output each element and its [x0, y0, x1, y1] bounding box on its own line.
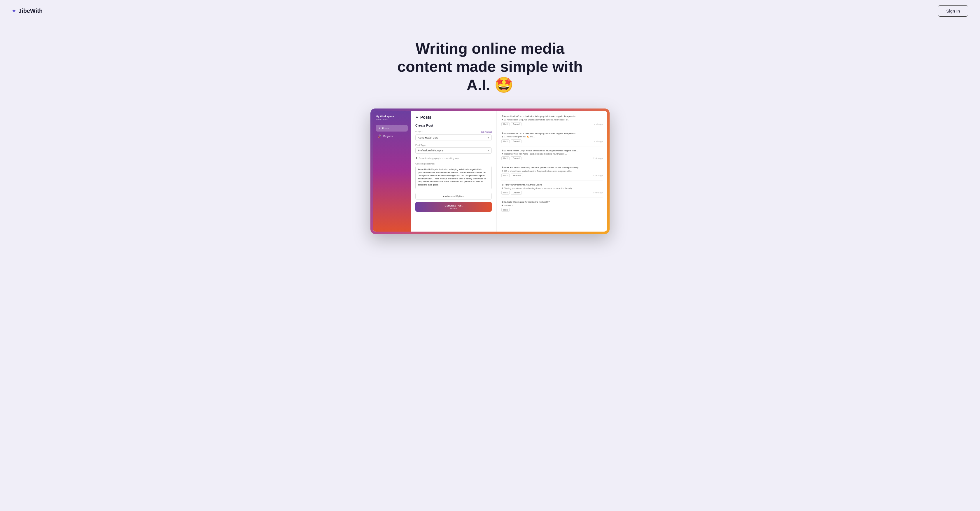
post-line2: ✦ HD is a healthcare startup based in Ba…	[501, 170, 603, 172]
post-line2: ✦ Headline: Work with Acme Health Corp a…	[501, 153, 603, 155]
content-textarea[interactable]: Acme Health Corp is dedicated to helping…	[415, 166, 492, 189]
post-item: 🖹 At Acme Health Corp, we are dedicated …	[501, 149, 603, 164]
sign-in-button[interactable]: Sign In	[938, 5, 968, 17]
workspace-label: My Workspace	[375, 115, 408, 118]
post-tag: Draft	[501, 156, 509, 160]
advanced-options-button[interactable]: ▶ Advanced Options	[415, 193, 492, 199]
post-line1: 🖹 Uber and Airbnb have long been the pos…	[501, 166, 603, 169]
create-post-panel: ✦ Posts Create Post Project Edit Project…	[410, 111, 497, 232]
panel-title: ✦ Posts	[415, 115, 492, 119]
project-field-label: Project	[415, 130, 423, 133]
hero-section: Writing online media content made simple…	[0, 22, 980, 108]
post-tags-row: DraftGeneral 2 mins ago	[501, 156, 603, 160]
post-time: 4 mins ago	[593, 174, 603, 177]
edit-project-link[interactable]: Edit Project	[480, 131, 492, 133]
project-label-row: Project Edit Project	[415, 130, 492, 134]
sidebar: My Workspace 440 Credits ✦ Posts 🚀 Proje…	[373, 111, 410, 232]
project-select-wrapper: Acme Health Corp ▼	[415, 134, 492, 141]
post-type-select-wrapper: Professional Biography ▼	[415, 147, 492, 154]
post-time: a min ago	[594, 140, 603, 142]
logo-text: JibeWith	[18, 8, 43, 14]
sidebar-item-posts[interactable]: ✦ Posts	[375, 125, 408, 132]
post-item: 🖹 Turn Your Dream into A Burning Desire …	[501, 183, 603, 198]
post-tag: Lifestyle	[511, 191, 522, 194]
sidebar-nav: ✦ Posts 🚀 Projects	[375, 125, 408, 139]
post-item: 🖹 Uber and Airbnb have long been the pos…	[501, 166, 603, 180]
post-tag: General	[511, 122, 522, 126]
post-line2: ✦ Turning your dream into a burning desi…	[501, 187, 603, 189]
project-select[interactable]: Acme Health Corp	[415, 134, 492, 141]
hint-icon: ✦	[415, 157, 418, 159]
post-item: 🖹 Acme Health Corp is dedicated to helpi…	[501, 132, 603, 146]
post-tags: DraftRe-Share	[501, 174, 523, 177]
post-line2: ✦ 1. Ready to reignite that 🔥 and...	[501, 135, 603, 138]
posts-list: 🖹 Acme Health Corp is dedicated to helpi…	[497, 111, 607, 232]
post-line2: ✦ At Acme Health Corp, we understand tha…	[501, 118, 603, 121]
logo-star-icon: ✦	[12, 8, 16, 14]
post-tags-row: DraftGeneral a min ago	[501, 139, 603, 143]
post-tag: Draft	[501, 208, 509, 212]
post-tags: DraftGeneral	[501, 122, 522, 126]
panel-title-text: Posts	[420, 115, 431, 119]
post-line2: ✦ Answer 1...	[501, 204, 603, 207]
post-tags: Draft	[501, 208, 509, 212]
post-line1: 🖹 Acme Health Corp is dedicated to helpi…	[501, 115, 603, 118]
post-tag: General	[511, 139, 522, 143]
main-content: ✦ Posts Create Post Project Edit Project…	[410, 111, 607, 232]
post-item: 🖹 Is Apple Watch good for monitoring my …	[501, 201, 603, 215]
post-time: a min ago	[594, 123, 603, 125]
post-tags-row: DraftLifestyle 5 mins ago	[501, 191, 603, 194]
projects-icon: 🚀	[378, 134, 382, 138]
post-tag: General	[511, 156, 522, 160]
post-line1: 🖹 Acme Health Corp is dedicated to helpi…	[501, 132, 603, 135]
hero-headline: Writing online media content made simple…	[388, 39, 592, 94]
post-tag: Draft	[501, 191, 509, 194]
post-time: 2 mins ago	[593, 157, 603, 159]
post-tags-row: Draft	[501, 208, 603, 212]
post-tags-row: DraftRe-Share 4 mins ago	[501, 174, 603, 177]
post-tag: Re-Share	[511, 174, 523, 177]
post-item: 🖹 Acme Health Corp is dedicated to helpi…	[501, 115, 603, 129]
app-mockup: My Workspace 440 Credits ✦ Posts 🚀 Proje…	[371, 108, 609, 234]
post-tags-row: DraftGeneral a min ago	[501, 122, 603, 126]
generate-post-credit-label: 1 Credit	[418, 207, 489, 209]
header: ✦ JibeWith Sign In	[0, 0, 980, 22]
app-inner: My Workspace 440 Credits ✦ Posts 🚀 Proje…	[373, 111, 607, 232]
posts-icon: ✦	[378, 127, 380, 130]
post-tag: Draft	[501, 122, 509, 126]
post-tags: DraftGeneral	[501, 139, 522, 143]
panel-title-icon: ✦	[415, 115, 418, 119]
content-field-label: Content (Required)	[415, 162, 492, 165]
post-type-select[interactable]: Professional Biography	[415, 147, 492, 154]
logo: ✦ JibeWith	[12, 8, 43, 14]
post-type-field-label: Post Type	[415, 144, 492, 146]
hint-text: Re-write a biography in a compelling way…	[419, 157, 459, 159]
post-line1: 🖹 At Acme Health Corp, we are dedicated …	[501, 149, 603, 152]
generate-post-label: Generate Post	[418, 204, 489, 207]
post-tag: Draft	[501, 174, 509, 177]
post-time: 5 mins ago	[593, 192, 603, 194]
sidebar-projects-label: Projects	[383, 135, 393, 138]
sidebar-item-projects[interactable]: 🚀 Projects	[375, 133, 408, 139]
generate-post-button[interactable]: Generate Post 1 Credit	[415, 202, 492, 212]
post-tags: DraftLifestyle	[501, 191, 522, 194]
post-tag: Draft	[501, 139, 509, 143]
post-line1: 🖹 Turn Your Dream into A Burning Desire	[501, 183, 603, 186]
sidebar-posts-label: Posts	[382, 127, 389, 130]
hint-row: ✦ Re-write a biography in a compelling w…	[415, 157, 492, 159]
mockup-wrapper: My Workspace 440 Credits ✦ Posts 🚀 Proje…	[0, 108, 980, 245]
create-post-heading: Create Post	[415, 124, 492, 127]
post-tags: DraftGeneral	[501, 156, 522, 160]
post-line1: 🖹 Is Apple Watch good for monitoring my …	[501, 201, 603, 204]
credits-label: 440 Credits	[375, 118, 408, 121]
